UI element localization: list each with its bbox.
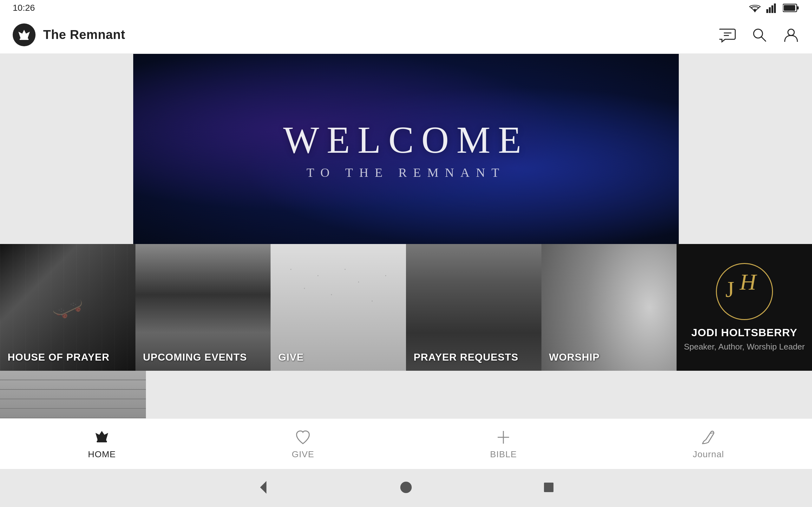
message-icon[interactable] — [719, 26, 736, 43]
nav-home[interactable]: HOME — [62, 422, 141, 466]
account-icon[interactable] — [783, 26, 799, 43]
svg-point-13 — [788, 29, 794, 36]
house-of-prayer-item[interactable]: HOUSE OF PRAYER — [0, 244, 136, 371]
welcome-title: WELCOME — [283, 118, 529, 162]
svg-rect-16 — [97, 439, 106, 441]
svg-text:H: H — [740, 273, 757, 295]
jodi-logo: J H — [716, 263, 773, 320]
nav-bible-label: BIBLE — [490, 449, 517, 459]
status-icons — [749, 3, 799, 13]
wifi-icon — [749, 3, 761, 13]
welcome-banner: WELCOME TO THE REMNANT — [133, 54, 679, 244]
nav-give[interactable]: GIVE — [266, 422, 340, 466]
prayer-requests-item[interactable]: PRAYER REQUESTS — [406, 244, 542, 371]
nav-home-label: HOME — [88, 449, 116, 459]
nav-give-label: GIVE — [292, 449, 314, 459]
welcome-subtitle: TO THE REMNANT — [283, 165, 529, 180]
svg-rect-7 — [20, 38, 28, 39]
svg-rect-0 — [766, 9, 768, 13]
svg-text:J: J — [725, 277, 735, 302]
status-time: 10:26 — [13, 3, 35, 13]
give-label: GIVE — [278, 351, 304, 363]
svg-rect-6 — [784, 5, 795, 11]
back-icon — [255, 480, 271, 495]
app-logo[interactable] — [13, 23, 36, 46]
logo-area: The Remnant — [13, 23, 125, 46]
jodi-logo-svg: J H — [722, 273, 767, 305]
bible-icon — [495, 429, 512, 446]
give-nav-icon — [294, 429, 312, 446]
prayer-label: PRAYER REQUESTS — [414, 351, 518, 363]
recents-button[interactable] — [541, 480, 557, 497]
search-icon[interactable] — [751, 26, 768, 43]
svg-rect-5 — [797, 6, 799, 9]
svg-marker-21 — [260, 481, 266, 494]
svg-rect-17 — [97, 441, 107, 442]
journal-icon — [699, 429, 717, 446]
worship-item[interactable]: WORSHIP — [542, 244, 677, 371]
app-header: The Remnant — [0, 16, 812, 54]
nav-bible[interactable]: BIBLE — [465, 422, 542, 466]
home-button[interactable] — [398, 480, 414, 497]
crown-icon — [17, 28, 31, 42]
system-bar — [0, 469, 812, 507]
grid-row-1: HOUSE OF PRAYER UPCOMING EVENTS GIVE PRA… — [0, 244, 812, 371]
bottom-nav: HOME GIVE BIBLE Journal — [0, 418, 812, 469]
svg-rect-1 — [769, 7, 771, 13]
svg-point-22 — [400, 482, 412, 493]
give-item[interactable]: GIVE — [270, 244, 406, 371]
home-icon — [93, 429, 111, 446]
jodi-label: JODI HOLTSBERRY — [692, 326, 798, 339]
svg-rect-23 — [544, 483, 554, 492]
header-actions — [719, 26, 799, 43]
home-sys-icon — [398, 480, 414, 495]
svg-rect-3 — [774, 3, 776, 13]
back-button[interactable] — [255, 480, 271, 497]
hop-label: HOUSE OF PRAYER — [8, 351, 109, 363]
signal-icon — [766, 3, 778, 13]
svg-rect-2 — [771, 5, 773, 13]
recents-icon — [541, 480, 557, 495]
status-bar: 10:26 — [0, 0, 812, 16]
worship-label: WORSHIP — [549, 351, 600, 363]
jodi-initials: J H — [722, 273, 767, 310]
battery-icon — [783, 3, 799, 12]
jodi-sublabel: Speaker, Author, Worship Leader — [684, 342, 805, 352]
nav-journal-label: Journal — [693, 449, 724, 459]
jodi-holtsberry-item[interactable]: J H JODI HOLTSBERRY Speaker, Author, Wor… — [676, 244, 812, 371]
events-label: UPCOMING EVENTS — [143, 351, 247, 363]
nav-journal[interactable]: Journal — [667, 422, 750, 466]
banner-text: WELCOME TO THE REMNANT — [283, 118, 529, 180]
svg-line-12 — [761, 37, 766, 41]
svg-rect-8 — [20, 39, 29, 40]
upcoming-events-item[interactable]: UPCOMING EVENTS — [136, 244, 271, 371]
app-title: The Remnant — [43, 27, 125, 42]
